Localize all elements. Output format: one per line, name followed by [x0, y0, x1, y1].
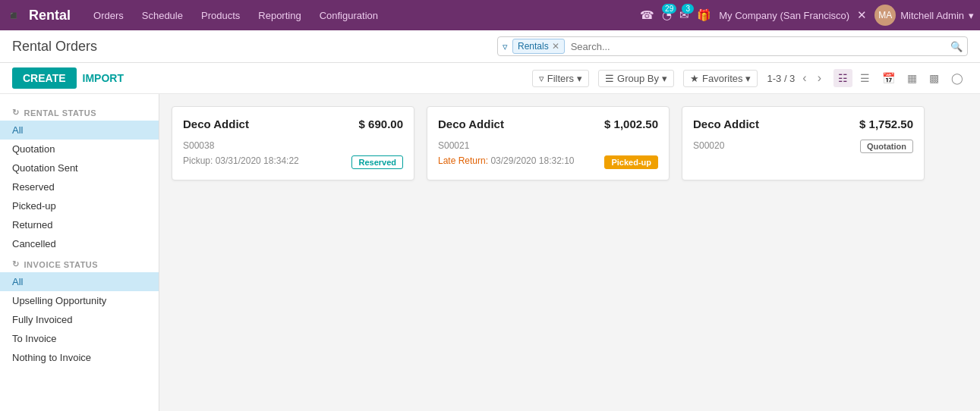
card-name-0: Deco Addict — [183, 118, 249, 130]
menu-orders[interactable]: Orders — [86, 7, 131, 24]
menu-products[interactable]: Products — [194, 7, 247, 24]
sidebar: ↻ RENTAL STATUS All Quotation Quotation … — [0, 94, 159, 411]
menu-configuration[interactable]: Configuration — [312, 7, 386, 24]
groupby-label: Group By — [617, 73, 659, 84]
card-info-2: S00020 — [693, 138, 724, 153]
search-input[interactable] — [569, 39, 946, 54]
card-name-1: Deco Addict — [438, 118, 504, 130]
sidebar-item-fully-invoiced[interactable]: Fully Invoiced — [0, 310, 159, 329]
favorites-button[interactable]: ★ Favorites ▾ — [683, 70, 758, 87]
import-button[interactable]: IMPORT — [83, 72, 124, 84]
activity-icon[interactable]: ◔ 29 — [662, 8, 672, 22]
phone-icon[interactable]: ☎ — [640, 8, 654, 22]
user-name: Mitchell Admin — [900, 10, 964, 21]
kanban-content: Deco Addict $ 690.00 S00038 Pickup: 03/3… — [159, 94, 980, 411]
filter-icon: ▿ — [539, 73, 544, 84]
kanban-card-0[interactable]: Deco Addict $ 690.00 S00038 Pickup: 03/3… — [172, 106, 414, 180]
sidebar-item-quotation[interactable]: Quotation — [0, 140, 159, 158]
prev-page-button[interactable]: ‹ — [799, 71, 809, 85]
groupby-button[interactable]: ☰ Group By ▾ — [598, 70, 674, 87]
sidebar-item-quotation-sent[interactable]: Quotation Sent — [0, 158, 159, 177]
view-icons: ☷ ☰ 📅 ▦ ▩ ◯ — [833, 69, 968, 87]
app-grid-icon[interactable]: ◾ — [6, 8, 21, 23]
kanban-card-2[interactable]: Deco Addict $ 1,752.50 S00020 Quotation — [682, 106, 925, 180]
sidebar-item-cancelled[interactable]: Cancelled — [0, 234, 159, 253]
cards-grid: Deco Addict $ 690.00 S00038 Pickup: 03/3… — [172, 106, 968, 180]
card-detail-1: Late Return: 03/29/2020 18:32:10 — [438, 153, 575, 168]
messages-icon[interactable]: ✉ 3 — [679, 8, 689, 22]
filters-button[interactable]: ▿ Filters ▾ — [532, 70, 589, 87]
filters-label: Filters — [547, 73, 574, 84]
menu-schedule[interactable]: Schedule — [134, 7, 191, 24]
card-status-1: Picked-up — [604, 155, 658, 169]
sidebar-item-picked-up[interactable]: Picked-up — [0, 196, 159, 215]
company-selector[interactable]: My Company (San Francisco) — [719, 10, 849, 21]
groupby-icon: ☰ — [605, 73, 614, 84]
close-icon[interactable]: ✕ — [857, 8, 867, 22]
card-late-label-1: Late Return: — [438, 155, 488, 166]
card-detail-0: Pickup: 03/31/2020 18:34:22 — [183, 153, 299, 168]
actionbar-right: ▿ Filters ▾ ☰ Group By ▾ ★ Favorites ▾ 1… — [532, 69, 968, 87]
card-amount-0: $ 690.00 — [359, 118, 403, 130]
next-page-button[interactable]: › — [815, 71, 824, 85]
menu-reporting[interactable]: Reporting — [251, 7, 308, 24]
user-avatar: MA — [874, 5, 896, 26]
card-header-0: Deco Addict $ 690.00 — [183, 118, 403, 130]
sidebar-item-upselling[interactable]: Upselling Opportunity — [0, 291, 159, 310]
calendar-view-icon[interactable]: 📅 — [878, 69, 900, 87]
list-view-icon[interactable]: ☰ — [856, 69, 874, 87]
favorites-dropdown-icon: ▾ — [745, 73, 751, 84]
filters-dropdown-icon: ▾ — [577, 73, 582, 84]
card-body-1: S00021 Late Return: 03/29/2020 18:32:10 … — [438, 138, 658, 169]
user-dropdown-icon: ▾ — [969, 10, 974, 21]
user-menu[interactable]: MA Mitchell Admin ▾ — [874, 5, 974, 26]
card-status-0: Reserved — [351, 155, 403, 169]
sidebar-item-invoice-all[interactable]: All — [0, 272, 159, 291]
card-info-0: S00038 Pickup: 03/31/2020 18:34:22 — [183, 138, 299, 169]
messages-badge: 3 — [682, 4, 694, 14]
groupby-dropdown-icon: ▾ — [662, 73, 667, 84]
pivot-view-icon[interactable]: ▦ — [903, 69, 922, 87]
search-funnel-icon: ▿ — [503, 41, 508, 52]
sidebar-item-returned[interactable]: Returned — [0, 215, 159, 234]
card-amount-2: $ 1,752.50 — [859, 118, 913, 130]
sidebar-item-nothing-to-invoice[interactable]: Nothing to Invoice — [0, 348, 159, 367]
topnav-right: ☎ ◔ 29 ✉ 3 🎁 My Company (San Francisco) … — [640, 5, 974, 26]
page-title: Rental Orders — [12, 39, 491, 55]
search-bar: ▿ Rentals ✕ 🔍 — [497, 36, 968, 56]
sidebar-item-to-invoice[interactable]: To Invoice — [0, 329, 159, 348]
activity-view-icon[interactable]: ◯ — [947, 69, 968, 87]
pagination: 1-3 / 3 ‹ › — [767, 71, 824, 85]
search-submit-icon[interactable]: 🔍 — [950, 41, 963, 52]
kanban-card-1[interactable]: Deco Addict $ 1,002.50 S00021 Late Retur… — [427, 106, 670, 180]
gift-icon[interactable]: 🎁 — [697, 8, 711, 22]
main-menu: Orders Schedule Products Reporting Confi… — [86, 7, 640, 24]
invoice-status-section: ↻ INVOICE STATUS — [0, 253, 159, 272]
card-amount-1: $ 1,002.50 — [604, 118, 658, 130]
card-late-date-1: 03/29/2020 18:32:10 — [490, 155, 574, 166]
action-bar: CREATE IMPORT ▿ Filters ▾ ☰ Group By ▾ ★… — [0, 63, 980, 94]
card-status-2: Quotation — [860, 140, 913, 153]
rental-status-title: RENTAL STATUS — [24, 108, 97, 118]
invoice-status-refresh-icon: ↻ — [12, 259, 20, 269]
card-name-2: Deco Addict — [693, 118, 759, 130]
filter-tag-close-icon[interactable]: ✕ — [552, 41, 559, 52]
activity-badge: 29 — [662, 4, 676, 14]
create-button[interactable]: CREATE — [12, 67, 77, 89]
app-logo: Rental — [29, 8, 71, 24]
star-icon: ★ — [690, 73, 699, 84]
card-body-0: S00038 Pickup: 03/31/2020 18:34:22 Reser… — [183, 138, 403, 169]
active-filter-tag[interactable]: Rentals ✕ — [512, 39, 565, 54]
kanban-view-icon[interactable]: ☷ — [833, 69, 852, 87]
invoice-status-title: INVOICE STATUS — [24, 260, 99, 269]
pagination-text: 1-3 / 3 — [767, 73, 795, 84]
search-toolbar: Rental Orders ▿ Rentals ✕ 🔍 — [0, 30, 980, 63]
card-orderid-0: S00038 — [183, 138, 299, 153]
chart-view-icon[interactable]: ▩ — [925, 69, 944, 87]
card-body-2: S00020 Quotation — [693, 138, 913, 153]
sidebar-item-rental-all[interactable]: All — [0, 121, 159, 140]
card-info-1: S00021 Late Return: 03/29/2020 18:32:10 — [438, 138, 575, 169]
favorites-label: Favorites — [702, 73, 742, 84]
main-layout: ↻ RENTAL STATUS All Quotation Quotation … — [0, 94, 980, 411]
sidebar-item-reserved[interactable]: Reserved — [0, 177, 159, 196]
